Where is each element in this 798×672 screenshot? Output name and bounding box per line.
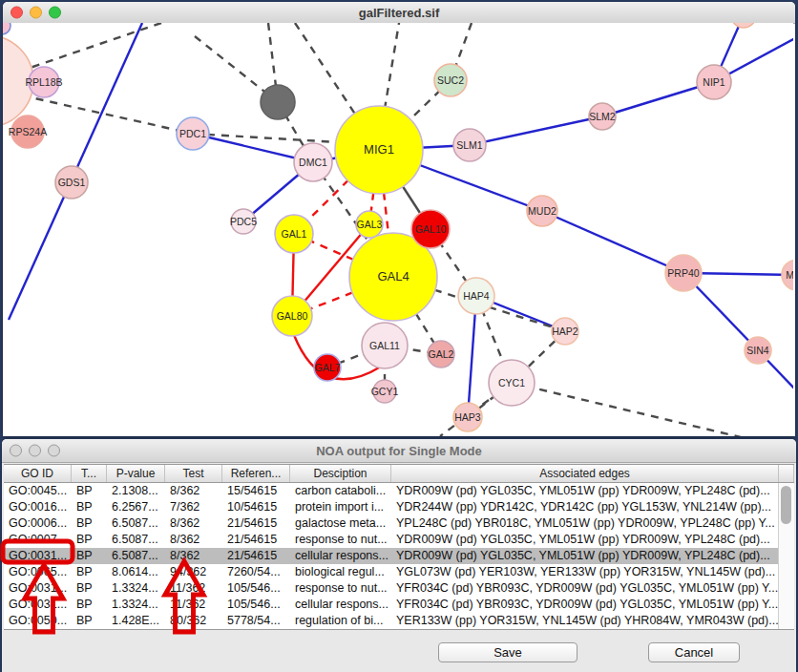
node-label: MUD2	[528, 205, 556, 217]
table-cell: 21/54615	[222, 532, 290, 548]
node-label: SIN4	[746, 345, 769, 356]
table-cell: 8/362	[165, 532, 222, 548]
table-cell: BP	[72, 499, 107, 515]
table-cell: cellular respons...	[290, 548, 391, 564]
edge[interactable]	[470, 116, 602, 145]
node-PDC1[interactable]: PDC1	[177, 117, 209, 150]
node-HAP2[interactable]: HAP2	[552, 318, 578, 345]
table-cell: 1.3324...	[107, 597, 165, 613]
node-GDS1[interactable]: GDS1	[55, 166, 88, 199]
scrollbar-thumb[interactable]	[781, 486, 791, 524]
node-NIP1[interactable]: NIP1	[697, 65, 731, 99]
node-PDC5[interactable]: PDC5	[230, 209, 257, 234]
table-cell: 8.0614...	[107, 564, 165, 580]
table-cell: protein import i...	[290, 499, 391, 515]
node-label: SLM2	[589, 111, 616, 122]
node-dark[interactable]	[261, 85, 295, 119]
table-cell: 1.428E...	[107, 613, 165, 629]
node-HAP4[interactable]: HAP4	[458, 278, 494, 314]
table-cell: BP	[72, 580, 107, 597]
node-CYC1[interactable]: CYC1	[489, 360, 535, 406]
table-cell: 21/54615	[222, 548, 290, 564]
table-cell: response to nut...	[290, 532, 391, 548]
desktop: { "colors":{"blue":"#2323ce","gray":"#4a…	[0, 0, 798, 672]
table-cell: galactose meta...	[290, 515, 391, 532]
table-row[interactable]: GO:0045...BP2.1308...8/36215/54615carbon…	[4, 483, 779, 499]
table-cell: GO:0045...	[4, 483, 72, 499]
table-row[interactable]: GO:0031...BP1.3324...11/362105/546...cel…	[4, 597, 779, 613]
table-cell: regulation of bi...	[290, 613, 391, 629]
node-trfrag[interactable]	[731, 23, 756, 28]
table-row[interactable]: GO:0006...BP6.5087...8/36221/54615galact…	[4, 515, 779, 532]
node-SIN4[interactable]: SIN4	[745, 337, 771, 364]
table-cell: 80/362	[165, 613, 222, 629]
node-GAL7[interactable]: GAL7	[314, 354, 341, 381]
table-cell: 21/54615	[222, 515, 290, 532]
column-header[interactable]: Test	[165, 465, 222, 482]
node-label: GAL1	[282, 228, 307, 240]
table-cell: YPL248C (pd) YBR018C, YML051W (pp) YDR00…	[391, 515, 779, 532]
column-header[interactable]: Desciption	[290, 465, 391, 482]
node-label: GAL4	[377, 269, 409, 284]
network-window-titlebar[interactable]: galFiltered.sif	[3, 2, 795, 24]
node-SLM2[interactable]: SLM2	[589, 103, 616, 130]
network-graph: RPL18BRPS24AGDS1PDC1MIG1SUC2SLM1DMC1SLM2…	[3, 23, 793, 436]
table-cell: BP	[72, 532, 107, 548]
node-MIG1[interactable]: MIG1	[335, 106, 423, 194]
network-canvas[interactable]: RPL18BRPS24AGDS1PDC1MIG1SUC2SLM1DMC1SLM2…	[3, 23, 793, 436]
node-MSN[interactable]: MSN	[782, 260, 793, 290]
table-row[interactable]: GO:0031...BP1.3324...11/362105/546...res…	[4, 580, 779, 597]
table-row[interactable]: GO:0031...BP6.5087...8/36221/54615cellul…	[4, 548, 779, 564]
save-button[interactable]: Save	[438, 642, 578, 662]
column-header[interactable]: GO ID	[4, 465, 72, 482]
node-RPS24A[interactable]: RPS24A	[9, 116, 47, 148]
node-DMC1[interactable]: DMC1	[294, 143, 332, 181]
node-GAL80[interactable]: GAL80	[272, 296, 312, 336]
node-GCY1[interactable]: GCY1	[371, 380, 399, 403]
edge[interactable]	[384, 23, 400, 115]
node-GAL3[interactable]: GAL3	[356, 211, 383, 238]
column-header[interactable]: T...	[72, 465, 107, 482]
node-SLM1[interactable]: SLM1	[453, 129, 486, 161]
node-GAL11[interactable]: GAL11	[362, 323, 408, 368]
edge[interactable]	[295, 23, 362, 124]
vertical-scrollbar[interactable]	[778, 483, 794, 629]
column-header[interactable]: P-value	[107, 465, 165, 482]
node-GAL10[interactable]: GAL10	[411, 210, 450, 248]
table-cell: cellular respons...	[290, 597, 391, 613]
node-SUC2[interactable]: SUC2	[434, 64, 467, 96]
cancel-button[interactable]: Cancel	[648, 642, 740, 662]
noa-window-title: NOA output for Single Mode	[2, 444, 796, 458]
node-label: GAL2	[429, 348, 454, 360]
column-header[interactable]: Referen...	[222, 465, 290, 482]
node-label: DMC1	[299, 157, 327, 168]
column-header[interactable]: Associated edges	[391, 465, 779, 482]
node-GAL1[interactable]: GAL1	[275, 215, 313, 253]
table-cell: 15/54615	[222, 483, 290, 499]
node-GAL2[interactable]: GAL2	[428, 341, 454, 368]
table-cell: 6.2567...	[107, 499, 165, 515]
table-row[interactable]: GO:0007...BP6.5087...8/36221/54615respon…	[4, 532, 779, 548]
node-label: GAL80	[277, 310, 308, 322]
edge[interactable]	[512, 383, 793, 436]
table-cell: 105/546...	[222, 597, 290, 613]
results-table: GO IDT...P-valueTestReferen...Desciption…	[4, 464, 794, 630]
table-row[interactable]: GO:0050...BP1.428E...80/3625778/54...reg…	[4, 613, 779, 629]
table-cell: YDR009W (pd) YGL035C, YML051W (pp) YDR00…	[391, 548, 779, 564]
edge[interactable]	[542, 211, 683, 273]
table-body: GO:0045...BP2.1308...8/36215/54615carbon…	[4, 483, 779, 629]
node-PRP40[interactable]: PRP40	[665, 255, 702, 291]
node-tlfrag[interactable]	[3, 23, 10, 34]
noa-window-titlebar[interactable]: NOA output for Single Mode	[2, 439, 796, 463]
node-label: RPL18B	[25, 76, 62, 88]
node-MUD2[interactable]: MUD2	[527, 196, 557, 226]
table-row[interactable]: GO:0065...BP8.0614...94/3627260/54...bio…	[4, 564, 779, 580]
node-HAP3[interactable]: HAP3	[453, 403, 482, 431]
table-cell: 2.1308...	[107, 483, 165, 499]
node-label: PDC1	[179, 128, 206, 139]
noa-output-window: NOA output for Single Mode GO IDT...P-va…	[2, 439, 796, 672]
table-cell: BP	[72, 597, 107, 613]
table-cell: 6.5087...	[107, 548, 165, 564]
table-cell: 10/54615	[222, 499, 290, 515]
table-row[interactable]: GO:0016...BP6.2567...7/36210/54615protei…	[4, 499, 779, 515]
